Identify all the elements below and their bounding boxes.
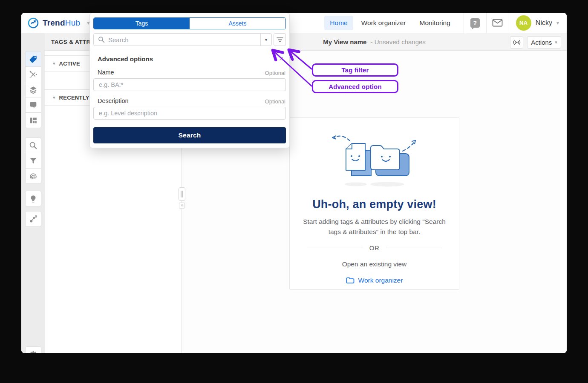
name-optional-hint: Optional xyxy=(265,70,285,76)
search-icon xyxy=(29,141,38,150)
sidebar-item-ideas[interactable] xyxy=(25,191,41,206)
view-title: My View name xyxy=(323,38,366,46)
sidebar-item-settings[interactable] xyxy=(25,346,41,353)
rail-group-connections xyxy=(25,211,41,227)
rail-group-settings xyxy=(25,346,41,353)
popup-search-row: ▾ xyxy=(93,33,286,46)
divider xyxy=(90,50,289,50)
left-icon-rail xyxy=(21,33,45,353)
sidebar-item-connections[interactable] xyxy=(25,211,41,227)
rail-group-main xyxy=(25,51,41,128)
live-mode-button[interactable] xyxy=(510,36,523,49)
description-optional-hint: Optional xyxy=(265,98,285,105)
advanced-options-toggle[interactable]: ▾ xyxy=(260,34,271,46)
search-submit-button[interactable]: Search xyxy=(93,127,286,143)
empty-state-heading: Uh-oh, an empty view! xyxy=(290,198,459,211)
name-label: Name xyxy=(98,69,114,76)
view-header-actions: Actions ▾ xyxy=(510,36,561,49)
view-status: - Unsaved changes xyxy=(371,38,426,46)
brand-logo: TrendHub ▾ xyxy=(28,17,89,29)
trendhub-logo-icon xyxy=(28,17,39,29)
mail-icon xyxy=(492,19,503,27)
empty-state-illustration xyxy=(328,131,421,191)
comment-icon xyxy=(29,100,38,110)
broadcast-icon xyxy=(513,40,521,45)
search-field: ▾ xyxy=(93,33,272,46)
open-existing-text: Open an existing view xyxy=(290,260,459,268)
avatar: NA xyxy=(516,15,531,31)
tab-assets[interactable]: Assets xyxy=(190,18,285,29)
tab-tags[interactable]: Tags xyxy=(94,18,190,29)
user-menu[interactable]: NA Nicky ▾ xyxy=(509,15,567,31)
sidebar-item-calculations[interactable] xyxy=(25,66,41,82)
gear-icon xyxy=(29,350,38,354)
sidebar-item-comments[interactable] xyxy=(25,97,41,113)
dashboard-icon xyxy=(29,116,38,125)
chevron-down-icon: ▾ xyxy=(556,20,559,26)
top-bar-right: Home Work organizer Monitoring ? NA Nick… xyxy=(324,13,567,33)
panel-collapse-button[interactable]: ✕ xyxy=(179,203,185,209)
funnel-icon xyxy=(29,156,38,166)
search-icon xyxy=(98,36,105,43)
search-input[interactable] xyxy=(108,36,260,43)
close-icon[interactable]: ✕ xyxy=(279,55,284,62)
sidebar-item-layers[interactable] xyxy=(25,82,41,97)
actions-button[interactable]: Actions ▾ xyxy=(527,36,561,49)
user-name: Nicky xyxy=(536,19,552,27)
annotation-advanced-option: Advanced option xyxy=(312,80,398,93)
popup-tabs: Tags Assets xyxy=(93,17,286,29)
tag-search-popup: Tags Assets ▾ Advanced options ✕ Name Op… xyxy=(89,13,290,148)
chevron-down-icon: ▾ xyxy=(555,40,557,45)
connections-icon xyxy=(29,214,38,224)
chevron-down-icon: ▾ xyxy=(53,95,55,100)
tag-icon xyxy=(29,54,38,64)
filter-lines-icon xyxy=(277,37,283,43)
nav-item-home[interactable]: Home xyxy=(324,16,353,30)
name-field[interactable] xyxy=(93,78,286,91)
top-nav: Home Work organizer Monitoring xyxy=(324,16,456,30)
annotation-tag-filter: Tag filter xyxy=(312,63,398,77)
sidebar-item-tags[interactable] xyxy=(25,51,41,67)
nav-item-work-organizer[interactable]: Work organizer xyxy=(356,16,412,30)
sidebar-item-filter[interactable] xyxy=(25,153,41,169)
help-button[interactable]: ? xyxy=(464,13,486,33)
or-divider: OR xyxy=(307,244,442,252)
messages-button[interactable] xyxy=(487,13,509,33)
calculation-icon xyxy=(29,70,38,79)
nav-item-monitoring[interactable]: Monitoring xyxy=(414,16,455,30)
lightbulb-icon xyxy=(29,194,38,203)
rail-group-search xyxy=(25,137,41,184)
panel-splitter-handle[interactable] xyxy=(179,187,185,201)
sidebar-item-dashboard[interactable] xyxy=(25,112,41,128)
rail-group-ideas xyxy=(25,191,41,206)
description-label: Description xyxy=(98,97,129,104)
sidebar-item-fingerprint[interactable] xyxy=(25,168,41,184)
chevron-down-icon: ▾ xyxy=(53,61,55,66)
folder-icon xyxy=(346,277,355,284)
empty-view-card: Uh-oh, an empty view! Start adding tags … xyxy=(289,117,459,290)
brand-name: TrendHub xyxy=(43,18,80,28)
help-icon: ? xyxy=(470,18,480,28)
work-organizer-link[interactable]: Work organizer xyxy=(346,277,403,284)
empty-state-body: Start adding tags & attributes by clicki… xyxy=(290,217,459,237)
description-field[interactable] xyxy=(93,107,286,120)
layers-icon xyxy=(29,85,38,94)
fingerprint-icon xyxy=(29,171,38,181)
panel-title: TAGS & ATTR xyxy=(51,39,91,45)
advanced-options-title: Advanced options xyxy=(98,55,153,63)
sidebar-item-search[interactable] xyxy=(25,137,41,153)
tag-filter-button[interactable] xyxy=(274,33,286,46)
